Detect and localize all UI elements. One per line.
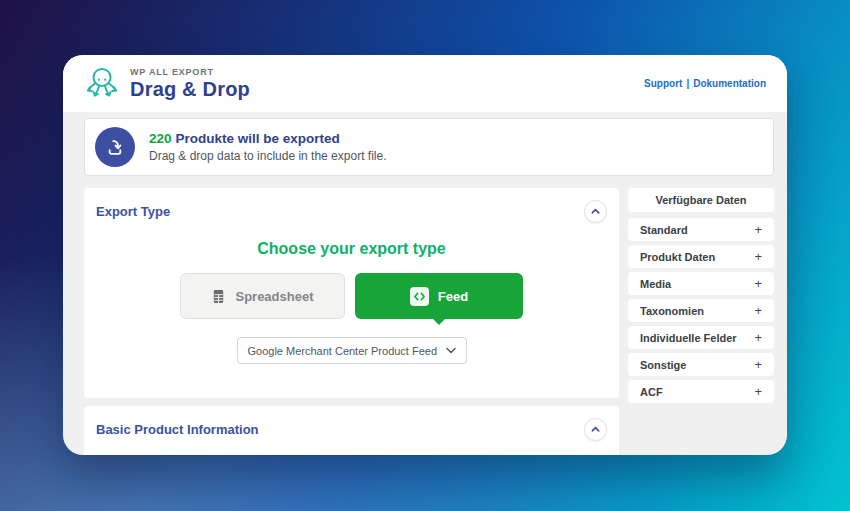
download-icon <box>104 136 126 158</box>
available-data-group[interactable]: Standard + <box>628 218 774 241</box>
brand-small-label: WP ALL EXPORT <box>130 67 250 77</box>
feed-type-dropdown-value: Google Merchant Center Product Feed <box>248 345 446 357</box>
export-type-header: Export Type <box>96 200 607 223</box>
group-label: Sonstige <box>640 359 686 371</box>
octopus-logo-icon <box>84 65 120 107</box>
expand-plus-icon: + <box>754 277 762 290</box>
expand-plus-icon: + <box>754 385 762 398</box>
expand-plus-icon: + <box>754 331 762 344</box>
export-type-buttons: Spreadsheet Feed <box>96 273 607 319</box>
available-data-group[interactable]: ACF + <box>628 380 774 403</box>
group-label: Individuelle Felder <box>640 332 737 344</box>
group-label: ACF <box>640 386 663 398</box>
feed-type-dropdown[interactable]: Google Merchant Center Product Feed <box>237 337 467 364</box>
group-label: Media <box>640 278 671 290</box>
expand-plus-icon: + <box>754 223 762 236</box>
spreadsheet-button[interactable]: Spreadsheet <box>180 273 345 319</box>
group-label: Produkt Daten <box>640 251 715 263</box>
available-data-group[interactable]: Sonstige + <box>628 353 774 376</box>
expand-plus-icon: + <box>754 250 762 263</box>
choose-export-type-heading: Choose your export type <box>96 240 607 258</box>
export-count-label: Produkte will be exported <box>176 131 340 146</box>
basic-product-information-title: Basic Product Information <box>96 422 259 437</box>
banner-title: 220Produkte will be exported <box>149 131 386 146</box>
available-data-sidebar: Verfügbare Daten Standard + Produkt Date… <box>628 188 774 455</box>
header-bar: WP ALL EXPORT Drag & Drop Support | Doku… <box>63 55 787 112</box>
page-title: Drag & Drop <box>130 78 250 101</box>
wp-all-export-window: WP ALL EXPORT Drag & Drop Support | Doku… <box>63 55 787 455</box>
spreadsheet-icon <box>211 289 226 304</box>
available-data-title: Verfügbare Daten <box>628 188 774 212</box>
chevron-up-icon <box>590 424 601 435</box>
header-links: Support | Dokumentation <box>644 78 766 89</box>
spreadsheet-button-label: Spreadsheet <box>235 289 313 304</box>
available-data-group[interactable]: Taxonomien + <box>628 299 774 322</box>
export-count: 220 <box>149 131 172 146</box>
basic-product-information-panel: Basic Product Information <box>84 406 619 455</box>
basic-product-information-header: Basic Product Information <box>96 418 607 441</box>
expand-plus-icon: + <box>754 304 762 317</box>
available-data-group[interactable]: Individuelle Felder + <box>628 326 774 349</box>
chevron-up-icon <box>590 206 601 217</box>
chevron-down-icon <box>446 347 456 354</box>
feed-button-label: Feed <box>438 289 468 304</box>
banner-text: 220Produkte will be exported Drag & drop… <box>149 131 386 163</box>
group-label: Taxonomien <box>640 305 704 317</box>
link-divider: | <box>686 78 689 89</box>
basic-product-information-collapse-button[interactable] <box>584 418 607 441</box>
content-area: 220Produkte will be exported Drag & drop… <box>63 112 787 455</box>
available-data-group[interactable]: Media + <box>628 272 774 295</box>
banner-subtitle: Drag & drop data to include in the expor… <box>149 149 386 163</box>
left-column: Export Type Choose your export type <box>84 188 619 455</box>
support-link[interactable]: Support <box>644 78 682 89</box>
dokumentation-link[interactable]: Dokumentation <box>693 78 766 89</box>
feed-button[interactable]: Feed <box>355 273 523 319</box>
download-badge <box>95 127 135 167</box>
group-label: Standard <box>640 224 688 236</box>
available-data-list: Standard + Produkt Daten + Media + <box>628 218 774 407</box>
export-type-panel: Export Type Choose your export type <box>84 188 619 398</box>
feed-icon <box>410 287 429 306</box>
brand-block: WP ALL EXPORT Drag & Drop <box>130 67 250 101</box>
export-summary-banner: 220Produkte will be exported Drag & drop… <box>84 118 774 176</box>
available-data-group[interactable]: Produkt Daten + <box>628 245 774 268</box>
main-row: Export Type Choose your export type <box>84 188 774 455</box>
expand-plus-icon: + <box>754 358 762 371</box>
export-type-collapse-button[interactable] <box>584 200 607 223</box>
export-type-title: Export Type <box>96 204 170 219</box>
